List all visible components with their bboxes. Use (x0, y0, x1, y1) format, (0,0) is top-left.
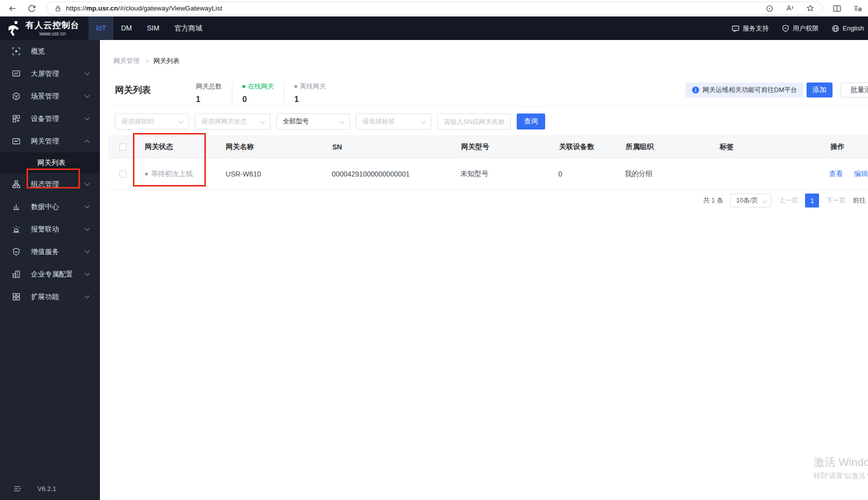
add-button[interactable]: 添加 (807, 82, 833, 98)
breadcrumb: 网关管理 网关列表 (113, 56, 179, 66)
read-aloud-icon[interactable] (786, 4, 794, 12)
select-all-checkbox[interactable] (119, 144, 126, 150)
prev-page-button[interactable]: 上一页 (779, 196, 798, 205)
usr-person-logo-icon (6, 20, 22, 36)
header-divider (113, 106, 868, 106)
chevron-down-icon (85, 271, 90, 276)
address-bar[interactable]: https://mp.usr.cn/#/cloud/gateway/ViewGa… (46, 2, 823, 15)
dm-platform-notice[interactable]: 网关运维相关功能可前往DM平台 (686, 82, 804, 98)
tab-sim[interactable]: SIM (139, 16, 167, 40)
stat-offline: 离线网关 1 (294, 82, 326, 104)
col-gateway-name: 网关名称 (218, 142, 325, 152)
sidebar-item-gateway-mgmt[interactable]: 网关管理 (0, 130, 100, 152)
cell-linked-devices: 0 (551, 170, 617, 178)
sidebar: 概览 大屏管理 场景管理 设备管理 网关管理 网关列表 组态管理 数据中心 报警… (0, 40, 100, 500)
table-header-row: 网关状态 网关名称 SN 网关型号 关联设备数 所属组织 标签 操作 (108, 136, 868, 158)
gray-dot-icon (294, 85, 297, 88)
favorite-star-icon[interactable] (806, 4, 815, 12)
globe-icon (832, 24, 840, 32)
split-screen-icon[interactable] (831, 2, 844, 15)
batch-add-button[interactable]: 批量添加 (841, 82, 868, 98)
sidebar-item-alarm-linkage[interactable]: 报警联动 (0, 218, 100, 240)
stat-total: 网关总数 1 (196, 82, 222, 104)
sidebar-item-scene-mgmt[interactable]: 场景管理 (0, 85, 100, 108)
chevron-down-icon (421, 119, 426, 124)
breadcrumb-section[interactable]: 网关管理 (113, 56, 139, 66)
cell-organization: 我的分组 (617, 170, 711, 178)
sidebar-item-screen-mgmt[interactable]: 大屏管理 (0, 62, 100, 85)
windows-activation-watermark: 激活 Windows 转到“设置”以激活 Windows (814, 456, 868, 480)
browser-toolbar: https://mp.usr.cn/#/cloud/gateway/ViewGa… (0, 0, 868, 16)
row-checkbox[interactable] (119, 170, 126, 178)
shield-icon (782, 24, 790, 32)
org-select[interactable]: 请选择组织 (115, 114, 189, 130)
tab-iot[interactable]: IoT (88, 16, 113, 40)
cell-gateway-name: USR-W610 (218, 170, 325, 178)
breadcrumb-current: 网关列表 (153, 56, 179, 66)
col-gateway-status: 网关状态 (137, 142, 218, 152)
sidebar-item-config-mgmt[interactable]: 组态管理 (0, 173, 100, 196)
col-sn: SN (325, 143, 454, 151)
edit-link[interactable]: 编辑 (854, 170, 868, 178)
table-row: 等待初次上线 USR-W610 00004291000000000001 未知型… (108, 158, 868, 190)
logo[interactable]: 有人云控制台 www.usr.cn (6, 20, 79, 36)
tab-mall[interactable]: 官方商城 (167, 16, 210, 40)
siren-icon (12, 225, 20, 234)
cell-gateway-model: 未知型号 (453, 170, 551, 178)
overview-icon (12, 47, 20, 56)
info-icon (692, 86, 699, 94)
chat-icon (732, 24, 740, 32)
col-tag: 标签 (712, 142, 823, 152)
sidebar-item-device-mgmt[interactable]: 设备管理 (0, 108, 100, 130)
url-text: https://mp.usr.cn/#/cloud/gateway/ViewGa… (66, 4, 222, 12)
chevron-down-icon (763, 198, 768, 204)
platform-tabs: IoT DM SIM 官方商城 (88, 16, 210, 40)
chevron-down-icon (85, 116, 90, 120)
language-menu[interactable]: English (832, 24, 864, 32)
view-link[interactable]: 查看 (829, 170, 843, 178)
collections-icon[interactable] (852, 2, 865, 15)
chevron-down-icon (179, 119, 184, 124)
top-navbar: 有人云控制台 www.usr.cn IoT DM SIM 官方商城 服务支持 用… (0, 16, 868, 40)
gateway-status-select[interactable]: 请选择网关状态 (195, 114, 270, 130)
col-gateway-model: 网关型号 (454, 142, 552, 152)
chevron-down-icon (85, 294, 90, 298)
location-icon[interactable] (766, 4, 774, 12)
app-title: 有人云控制台 (25, 20, 79, 30)
page-number-1[interactable]: 1 (805, 194, 819, 208)
cell-sn: 00004291000000000001 (324, 170, 453, 178)
chevron-down-icon (260, 119, 265, 124)
lock-icon[interactable] (54, 5, 61, 12)
chevron-down-icon (85, 248, 90, 254)
model-select[interactable]: 全部型号 (276, 114, 350, 130)
gateway-table: 网关状态 网关名称 SN 网关型号 关联设备数 所属组织 标签 操作 等待初次上… (108, 136, 868, 190)
col-linked-devices: 关联设备数 (552, 142, 618, 152)
page-size-select[interactable]: 10条/页 (730, 194, 772, 208)
sidebar-item-value-added[interactable]: 增值服务 (0, 240, 100, 263)
chevron-down-icon (340, 119, 345, 124)
sidebar-item-enterprise-config[interactable]: 企业专属配置 (0, 263, 100, 286)
gateway-icon (12, 137, 20, 146)
collapse-sidebar-icon[interactable] (13, 484, 21, 493)
query-button[interactable]: 查询 (517, 114, 545, 130)
sidebar-item-extensions[interactable]: 扩展功能 (0, 286, 100, 308)
sidebar-item-data-center[interactable]: 数据中心 (0, 196, 100, 218)
chevron-up-icon (85, 140, 90, 145)
search-input[interactable] (437, 114, 511, 130)
tab-dm[interactable]: DM (113, 16, 139, 40)
back-icon[interactable] (6, 2, 19, 15)
total-count: 共 1 条 (703, 196, 723, 205)
next-page-button[interactable]: 下一页 (826, 196, 846, 205)
support-menu[interactable]: 服务支持 (732, 24, 769, 33)
stat-online: 在线网关 0 (242, 82, 274, 104)
big-screen-icon (12, 70, 20, 78)
grid-icon (12, 292, 20, 301)
pagination: 共 1 条 10条/页 上一页 1 下一页 前往 (703, 194, 866, 208)
permissions-menu[interactable]: 用户权限 (782, 24, 819, 33)
chevron-down-icon (85, 93, 90, 98)
sidebar-item-gateway-list[interactable]: 网关列表 (0, 152, 100, 173)
page-title: 网关列表 (115, 84, 151, 96)
refresh-icon[interactable] (25, 2, 38, 15)
sidebar-item-overview[interactable]: 概览 (0, 40, 100, 62)
tag-select[interactable]: 请选择标签 (356, 114, 431, 130)
